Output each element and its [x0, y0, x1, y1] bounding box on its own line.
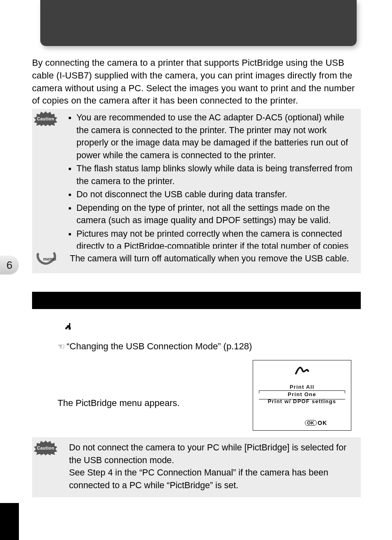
pictbridge-icon	[253, 365, 351, 376]
memo-icon: memo	[35, 251, 58, 266]
manual-page: By connecting the camera to a printer th…	[0, 0, 392, 540]
svg-rect-2	[69, 323, 70, 327]
memo-text: The camera will turn off automatically w…	[70, 254, 349, 263]
pointing-hand-icon: ☞	[58, 342, 65, 351]
caution-badge-label: Caution	[37, 117, 54, 121]
setup-icon	[64, 322, 72, 333]
svg-rect-3	[69, 327, 71, 330]
caution-item: The flash status lamp blinks slowly whil…	[76, 162, 357, 187]
memo-box: memo The camera will turn off automatica…	[32, 249, 361, 273]
result-text: The PictBridge menu appears.	[58, 398, 180, 408]
caution-item: Do not disconnect the USB cable during d…	[76, 188, 357, 201]
chapter-tab: 6	[0, 256, 19, 275]
svg-point-1	[37, 253, 39, 255]
caution-box-2: Caution Do not connect the camera to you…	[32, 437, 361, 497]
lcd-menu-item: Print All	[253, 383, 351, 391]
caution-badge-label: Caution	[37, 446, 54, 450]
caution-item: Depending on the type of printer, not al…	[76, 202, 357, 227]
caution-list-1: You are recommended to use the AC adapte…	[69, 111, 357, 265]
lcd-ok-hint: OKOK	[305, 420, 327, 426]
caution-2-text: Do not connect the camera to your PC whi…	[69, 443, 346, 490]
ok-label: OK	[318, 420, 327, 426]
cross-reference-text: “Changing the USB Connection Mode” (p.12…	[67, 341, 252, 351]
lcd-menu-item-selected: Print One	[253, 391, 351, 398]
intro-paragraph: By connecting the camera to a printer th…	[32, 57, 357, 107]
lcd-menu-item: Print w/ DPOF settings	[253, 398, 351, 405]
caution-item: You are recommended to use the AC adapte…	[76, 111, 357, 162]
caution-box-1: Caution You are recommended to use the A…	[32, 109, 361, 270]
caution-icon: Caution	[34, 111, 58, 126]
caution-icon: Caution	[34, 441, 58, 455]
cross-reference: ☞“Changing the USB Connection Mode” (p.1…	[58, 341, 252, 352]
ok-button-pill: OK	[305, 420, 317, 426]
memo-badge-label: memo	[43, 256, 56, 261]
lcd-preview: Print All Print One Print w/ DPOF settin…	[253, 360, 351, 431]
lcd-menu: Print All Print One Print w/ DPOF settin…	[253, 383, 351, 405]
section-header-bar	[40, 0, 357, 46]
page-edge-marker	[0, 503, 19, 540]
subsection-header-bar	[32, 292, 361, 309]
